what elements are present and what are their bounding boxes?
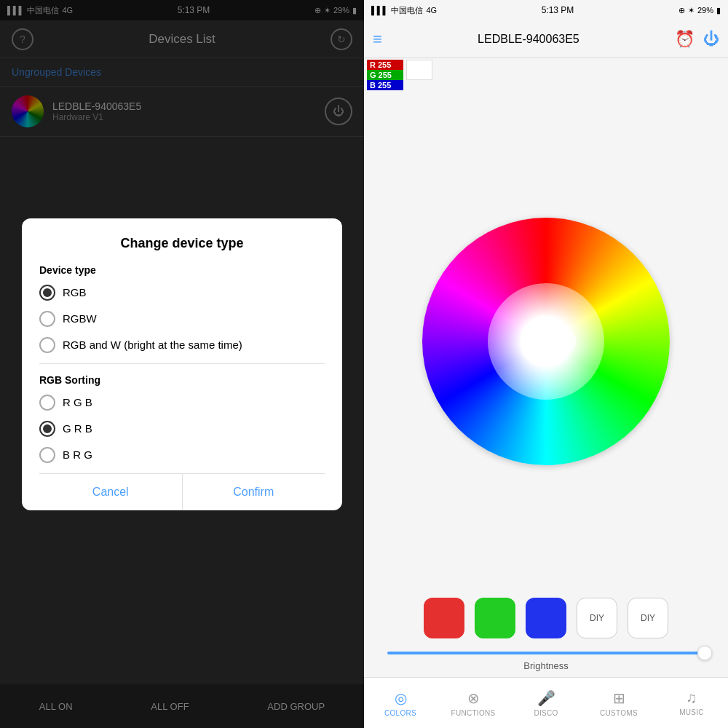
radio-brg-sort-label: B R G [63,448,92,461]
device-title: LEDBLE-940063E5 [478,33,579,46]
modal-overlay: Change device type Device type RGB RGBW … [0,0,364,728]
right-network-label: 4G [426,6,437,15]
right-bluetooth-icon: ✶ [688,6,695,15]
right-battery-icon: ▮ [716,6,721,15]
functions-icon: ⊗ [467,689,480,707]
radio-rgb-sort-outer [39,395,55,411]
device-type-label: Device type [39,264,325,276]
color-wheel-inner [488,283,604,400]
g-value: G 255 [367,70,403,80]
tab-customs[interactable]: ⊞ CUSTOMS [582,678,655,728]
radio-grb-sort-label: G R B [63,422,92,435]
functions-label: FUNCTIONS [451,709,495,717]
tab-disco[interactable]: 🎤 DISCO [510,678,582,728]
r-value: R 255 [367,60,403,70]
cancel-button[interactable]: Cancel [39,474,182,510]
radio-brg-sort-outer [39,447,55,463]
right-status-left: ▌▌▌ 中国电信 4G [371,5,437,16]
radio-grb-sort-inner [43,424,52,433]
color-wheel-container[interactable]: + [364,92,728,590]
disco-label: DISCO [534,709,558,717]
diy-swatch-1[interactable]: DIY [577,598,617,638]
radio-rgb-sort-label: R G B [63,396,92,408]
right-carrier-label: 中国电信 [391,5,423,16]
brightness-track[interactable] [387,652,705,654]
radio-rgb-outer [39,285,55,301]
color-wheel[interactable]: + [422,218,670,465]
radio-rgb-inner [43,288,52,297]
radio-rgb-label: RGB [63,286,87,298]
radio-rgbw-same-label: RGB and W (bright at the same time) [63,339,242,351]
radio-grb-sort[interactable]: G R B [39,421,325,437]
radio-rgb[interactable]: RGB [39,285,325,301]
right-signal-icon: ▌▌▌ [371,6,388,15]
radio-rgbw-label: RGBW [63,312,97,325]
radio-rgbw-outer [39,311,55,327]
tab-colors[interactable]: ◎ COLORS [364,678,437,728]
menu-button[interactable]: ≡ [373,30,382,49]
brightness-section: Brightness [364,643,728,677]
rgb-values: R 255 G 255 B 255 [367,60,403,90]
customs-label: CUSTOMS [600,709,638,717]
right-time: 5:13 PM [542,5,574,15]
radio-brg-sort[interactable]: B R G [39,447,325,463]
disco-icon: 🎤 [537,689,555,707]
right-status-bar: ▌▌▌ 中国电信 4G 5:13 PM ⊕ ✶ 29% ▮ [364,0,728,20]
customs-icon: ⊞ [613,689,625,707]
diy-swatch-2[interactable]: DIY [628,598,668,638]
bottom-tabs: ◎ COLORS ⊗ FUNCTIONS 🎤 DISCO ⊞ CUSTOMS ♫… [364,677,728,728]
music-icon: ♫ [687,689,697,706]
music-label: MUSIC [679,708,704,716]
colors-label: COLORS [384,709,416,717]
red-swatch[interactable] [424,598,464,638]
radio-rgb-sort[interactable]: R G B [39,395,325,411]
power-button-right[interactable]: ⏻ [703,30,719,49]
modal-title: Change device type [39,236,325,251]
confirm-button[interactable]: Confirm [183,474,325,510]
tab-functions[interactable]: ⊗ FUNCTIONS [437,678,510,728]
radio-rgbw-same-outer [39,337,55,353]
modal-actions: Cancel Confirm [39,473,325,510]
right-battery-label: 29% [697,6,713,15]
color-preview [406,60,432,80]
tab-music[interactable]: ♫ MUSIC [655,678,728,728]
left-panel: ▌▌▌ 中国电信 4G 5:13 PM ⊕ ✶ 29% ▮ ? Devices … [0,0,364,728]
color-swatches: DIY DIY [364,590,728,643]
right-status-right: ⊕ ✶ 29% ▮ [678,6,721,15]
colors-icon: ◎ [395,689,407,707]
right-header-actions: ⏰ ⏻ [675,30,719,49]
radio-rgbw[interactable]: RGBW [39,311,325,327]
brightness-label: Brightness [376,660,716,676]
modal-divider [39,363,325,364]
rgb-indicator-section: R 255 G 255 B 255 [364,58,728,92]
radio-rgbw-same[interactable]: RGB and W (bright at the same time) [39,337,325,353]
rgb-sorting-label: RGB Sorting [39,374,325,386]
green-swatch[interactable] [475,598,515,638]
b-value: B 255 [367,80,403,90]
brightness-thumb[interactable] [697,646,712,660]
blue-swatch[interactable] [526,598,566,638]
right-app-header: ≡ LEDBLE-940063E5 ⏰ ⏻ [364,20,728,58]
color-wheel-cursor[interactable]: + [555,331,576,352]
right-panel: ▌▌▌ 中国电信 4G 5:13 PM ⊕ ✶ 29% ▮ ≡ LEDBLE-9… [364,0,728,728]
brightness-row [376,646,716,660]
radio-grb-sort-outer [39,421,55,437]
alarm-button[interactable]: ⏰ [675,30,695,49]
change-device-type-modal: Change device type Device type RGB RGBW … [22,218,342,510]
right-location-icon: ⊕ [678,6,685,15]
